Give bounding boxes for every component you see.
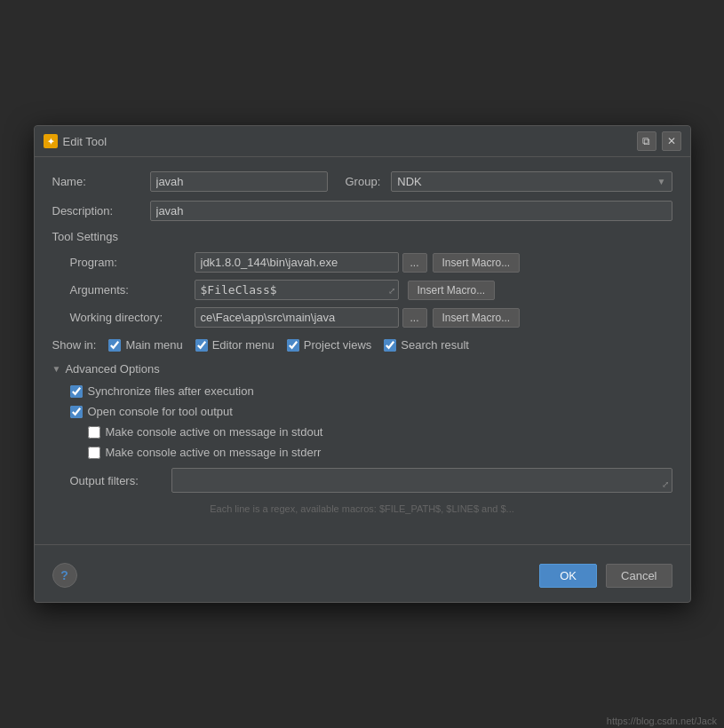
arguments-macro-button[interactable]: Insert Macro... <box>408 281 496 300</box>
dialog-footer: ? OK Cancel <box>35 554 690 602</box>
arguments-input[interactable] <box>195 280 399 300</box>
sync-files-label: Synchronize files after execution <box>88 384 254 398</box>
make-stdout-checkbox[interactable] <box>88 426 100 439</box>
description-row: Description: <box>52 201 672 221</box>
open-console-label: Open console for tool output <box>88 405 233 418</box>
ok-button[interactable]: OK <box>539 564 597 588</box>
close-button[interactable]: ✕ <box>662 131 681 151</box>
arguments-wrapper: ⤢ <box>195 280 399 300</box>
program-row: Program: ... Insert Macro... <box>70 252 672 273</box>
title-bar-left: ✦ Edit Tool <box>44 134 107 148</box>
editor-menu-checkbox[interactable] <box>195 339 208 352</box>
output-filters-label: Output filters: <box>70 474 168 487</box>
search-result-label: Search result <box>401 338 469 352</box>
description-label: Description: <box>52 204 150 218</box>
arguments-label: Arguments: <box>70 283 195 297</box>
search-result-check[interactable]: Search result <box>384 338 469 352</box>
advanced-options-section: ▼ Advanced Options Synchronize files aft… <box>52 362 672 493</box>
output-filters-input[interactable] <box>171 468 672 493</box>
tool-settings-label: Tool Settings <box>52 230 672 243</box>
name-label: Name: <box>52 175 150 188</box>
open-console-check[interactable]: Open console for tool output <box>70 405 672 418</box>
help-button[interactable]: ? <box>52 563 77 588</box>
make-stderr-label: Make console active on message in stderr <box>106 446 322 459</box>
program-dots-button[interactable]: ... <box>402 253 427 273</box>
editor-menu-check[interactable]: Editor menu <box>195 338 274 352</box>
footer-divider <box>35 544 690 545</box>
dropdown-arrow-icon: ▼ <box>657 177 666 186</box>
group-row: Group: NDK ▼ <box>328 171 672 192</box>
project-views-label: Project views <box>304 338 372 352</box>
sync-files-check[interactable]: Synchronize files after execution <box>70 384 672 398</box>
expand-icon: ⤢ <box>388 285 395 295</box>
project-views-checkbox[interactable] <box>287 339 299 352</box>
make-stderr-check[interactable]: Make console active on message in stderr <box>88 446 672 459</box>
title-bar-controls: ⧉ ✕ <box>637 131 681 151</box>
sync-files-checkbox[interactable] <box>70 385 83 398</box>
working-dir-label: Working directory: <box>70 311 195 324</box>
footer-buttons: OK Cancel <box>539 564 672 588</box>
triangle-icon: ▼ <box>52 364 61 374</box>
dialog-body: Name: Group: NDK ▼ Description: Tool Set… <box>35 157 690 541</box>
hint-text: Each line is a regex, available macros: … <box>52 503 672 514</box>
main-menu-label: Main menu <box>125 338 182 352</box>
main-menu-checkbox[interactable] <box>108 339 121 352</box>
output-filters-wrapper: ⤢ <box>171 468 672 493</box>
search-result-checkbox[interactable] <box>384 339 396 352</box>
dialog-title: Edit Tool <box>63 135 107 148</box>
advanced-options-toggle[interactable]: ▼ Advanced Options <box>52 362 672 376</box>
output-filters-row: Output filters: ⤢ <box>70 468 672 493</box>
show-in-label: Show in: <box>52 338 97 352</box>
status-bar: https://blog.csdn.net/Jack <box>600 714 724 728</box>
group-label: Group: <box>346 175 381 188</box>
status-url: https://blog.csdn.net/Jack <box>607 716 717 726</box>
tool-settings-section: Tool Settings Program: ... Insert Macro.… <box>52 230 672 328</box>
advanced-options-body: Synchronize files after execution Open c… <box>52 384 672 493</box>
group-select-value: NDK <box>397 175 421 188</box>
working-dir-dots-button[interactable]: ... <box>402 308 427 328</box>
name-input[interactable] <box>150 171 328 192</box>
program-macro-button[interactable]: Insert Macro... <box>433 253 521 273</box>
working-dir-input[interactable] <box>195 307 399 328</box>
cancel-button[interactable]: Cancel <box>606 564 672 588</box>
make-stdout-label: Make console active on message in stdout <box>106 425 323 439</box>
advanced-options-label: Advanced Options <box>65 362 159 376</box>
arguments-row: Arguments: ⤢ Insert Macro... <box>70 280 672 300</box>
description-input[interactable] <box>150 201 672 221</box>
edit-tool-dialog: ✦ Edit Tool ⧉ ✕ Name: Group: NDK ▼ Descr… <box>34 125 691 603</box>
open-console-checkbox[interactable] <box>70 406 83 418</box>
project-views-check[interactable]: Project views <box>287 338 372 352</box>
restore-button[interactable]: ⧉ <box>637 131 656 151</box>
main-menu-check[interactable]: Main menu <box>108 338 182 352</box>
show-in-row: Show in: Main menu Editor menu Project v… <box>52 338 672 352</box>
program-label: Program: <box>70 256 195 269</box>
make-stderr-checkbox[interactable] <box>88 447 100 459</box>
title-bar: ✦ Edit Tool ⧉ ✕ <box>35 126 690 157</box>
program-input[interactable] <box>195 252 399 273</box>
make-stdout-check[interactable]: Make console active on message in stdout <box>88 425 672 439</box>
tool-icon: ✦ <box>44 134 58 148</box>
name-group-row: Name: Group: NDK ▼ <box>52 171 672 192</box>
group-select[interactable]: NDK ▼ <box>391 171 672 192</box>
editor-menu-label: Editor menu <box>212 338 274 352</box>
output-filters-expand-icon: ⤢ <box>662 479 669 489</box>
working-dir-row: Working directory: ... Insert Macro... <box>70 307 672 328</box>
working-dir-macro-button[interactable]: Insert Macro... <box>433 308 521 328</box>
